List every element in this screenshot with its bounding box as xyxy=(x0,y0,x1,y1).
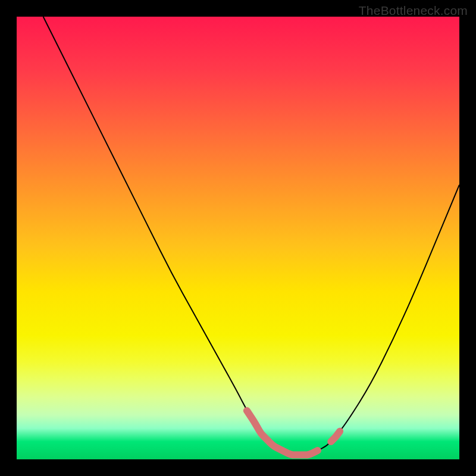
bottleneck-curve-sweetspot xyxy=(247,411,318,455)
chart-frame: TheBottleneck.com xyxy=(0,0,476,476)
watermark-text: TheBottleneck.com xyxy=(359,4,468,18)
bottleneck-curve-line xyxy=(43,17,459,455)
bottleneck-curve-svg xyxy=(17,17,459,459)
plot-area xyxy=(17,17,459,459)
bottleneck-curve-sweetspot-tick xyxy=(331,431,340,441)
